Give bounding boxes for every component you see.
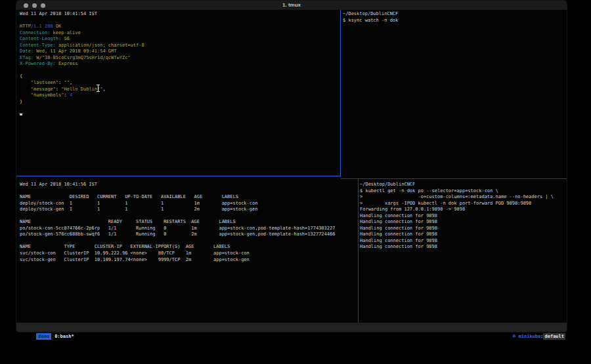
terminal-line: Handling connection for 9898 [360, 219, 567, 226]
json-field-line: "numsymbols": 4 [20, 92, 340, 99]
timestamp-line: Wed 11 Apr 2018 10:41:54 IST [20, 11, 340, 18]
terminal-line: > xargs -IPOD kubectl -n dok port-forwar… [360, 201, 567, 207]
pods-table-header: NAME READY STATUS RESTARTS AGE LABELS [20, 219, 358, 226]
terminal-line: Forwarding from 127.0.0.1:9898 -> 9898 [360, 207, 567, 213]
desktop-background: 1. tmux Wed 11 Apr 2018 10:41:54 ISTHTTP… [0, 0, 591, 364]
http-header-line: Connection: keep-alive [20, 30, 340, 37]
terminal-line [20, 68, 340, 74]
session-badge: demo [36, 333, 51, 340]
kube-namespace: default [543, 333, 565, 340]
deployments-table-row: deploy/stock-con 1 1 1 1 1m app=stock-co… [20, 201, 358, 207]
terminal-line: Handling connection for 9898 [360, 244, 567, 251]
pane-kubectl-get[interactable]: Wed 11 Apr 2018 10:41:56 ISTNAME DESIRED… [16, 176, 358, 323]
cwd-line: ~/Desktop/DublinCNCF [343, 11, 567, 18]
services-table-row: svc/stock-gen ClusterIP 10.109.197.74<no… [20, 257, 358, 264]
terminal-cursor [20, 113, 22, 115]
terminal-line: $ kubectl get -n dok po --selector=app=s… [360, 188, 567, 195]
terminal-line: Handling connection for 9898 [360, 213, 567, 220]
terminal-line [20, 188, 358, 195]
deployments-table-row: deploy/stock-gen 1 1 1 1 2m app=stock-ge… [20, 207, 358, 213]
http-status-line: HTTP/1.1 200 OK [20, 24, 340, 30]
terminal-line [20, 213, 358, 220]
cursor-line [20, 111, 340, 118]
http-header-line: ETag: W/"38-05coCsrg3mQ75sHr1d/qcWTwYZc" [20, 55, 340, 62]
window-titlebar[interactable]: 1. tmux [16, 1, 567, 10]
pane-ksync[interactable]: ~/Desktop/DublinCNCF $ ksync watch -n do… [341, 10, 567, 178]
http-header-line: X-Powered-By: Express [20, 61, 340, 68]
json-field-line: "message": "Hello Dublin!", [20, 87, 340, 93]
terminal-line [20, 18, 340, 24]
deployments-table-header: NAME DESIRED CURRENT UP-TO-DATE AVAILABL… [20, 194, 358, 201]
terminal-line: > -o=custom-columns=:metadata.name --no-… [360, 194, 567, 201]
pods-table-row: po/stock-gen-576cc688bb-swqf6 1/1 Runnin… [20, 232, 358, 238]
json-field-line: "lastseen": "", [20, 80, 340, 87]
tmux-pane-area: Wed 11 Apr 2018 10:41:54 ISTHTTP/1.1 200… [16, 10, 567, 323]
pane-http-response[interactable]: Wed 11 Apr 2018 10:41:54 ISTHTTP/1.1 200… [16, 10, 340, 176]
services-table-row: svc/stock-con ClusterIP 10.99.222.96 <no… [20, 251, 358, 257]
active-pane-border-vertical[interactable] [340, 10, 341, 176]
pane-border-horizontal[interactable] [341, 178, 567, 179]
window-label[interactable]: 0:bash* [55, 334, 74, 339]
services-table-header: NAME TYPE CLUSTER-IP EXTERNAL-IPPORT(S) … [20, 244, 358, 251]
terminal-line: Handling connection for 9898 [360, 232, 567, 238]
kube-context: minikube [519, 334, 541, 339]
http-header-line: Content-Length: 56 [20, 36, 340, 43]
pane-border-vertical[interactable] [358, 178, 359, 323]
json-open-brace: { [20, 73, 340, 80]
status-bar-right: ☸ minikube:default [491, 323, 565, 332]
cwd-line: ~/Desktop/DublinCNCF [360, 182, 567, 188]
json-close-brace: } [20, 99, 340, 106]
terminal-line [20, 105, 340, 111]
http-header-line: Date: Wed, 11 Apr 2018 09:41:54 GMT [20, 49, 340, 55]
pane-port-forward[interactable]: ~/Desktop/DublinCNCF$ kubectl get -n dok… [359, 179, 567, 323]
pods-table-row: po/stock-con-5cc874766c-2p6rp 1/1 Runnin… [20, 226, 358, 232]
terminal-window: 1. tmux Wed 11 Apr 2018 10:41:54 ISTHTTP… [16, 1, 567, 332]
http-header-line: Content-Type: application/json; charset=… [20, 43, 340, 49]
tmux-status-bar: demo0:bash* ☸ minikube:default [16, 323, 567, 332]
timestamp-line: Wed 11 Apr 2018 10:41:56 IST [20, 182, 358, 188]
terminal-line: Handling connection for 9898 [360, 238, 567, 245]
active-pane-border-horizontal[interactable] [16, 176, 341, 176]
window-title: 1. tmux [16, 2, 567, 8]
kubernetes-icon: ☸ [513, 333, 516, 339]
terminal-line [20, 238, 358, 245]
terminal-line: Handling connection for 9898 [360, 226, 567, 232]
command-line: $ ksync watch -n dok [343, 18, 567, 24]
